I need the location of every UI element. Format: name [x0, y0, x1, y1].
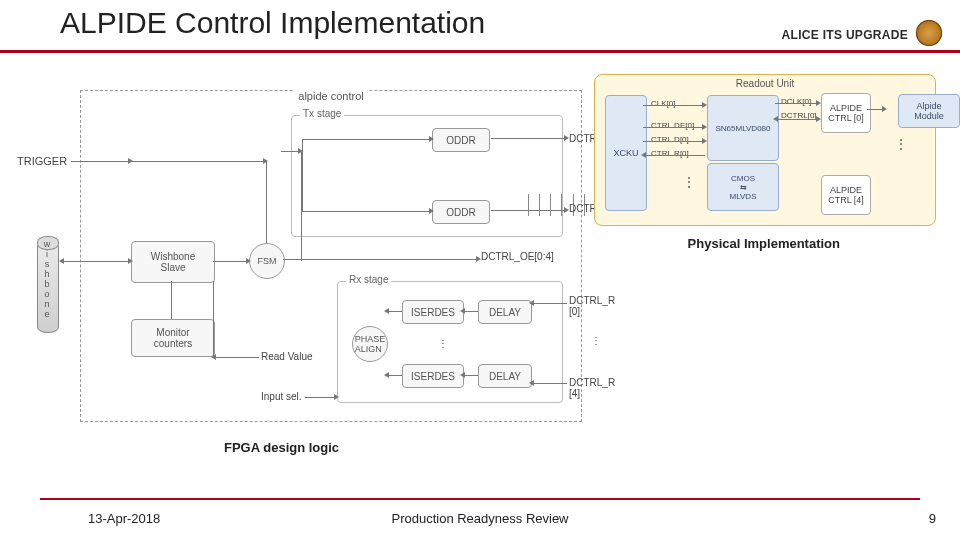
arrow — [266, 161, 267, 243]
arrow — [71, 161, 131, 162]
arrow — [213, 281, 214, 357]
brand-label: ALICE ITS UPGRADE — [782, 28, 908, 42]
rx-in-top: DCTRL_R [0] — [569, 295, 615, 317]
arrow — [775, 103, 819, 104]
fpga-diagram: alpide control TRIGGER w i s h b o n e W… — [80, 90, 582, 422]
arrow — [213, 261, 249, 262]
rx-stage-title: Rx stage — [346, 274, 391, 285]
footer-page-number: 9 — [929, 511, 936, 526]
arrow — [131, 161, 266, 162]
arrow — [643, 127, 705, 128]
arrow — [302, 211, 432, 212]
read-value-label: Read Value — [261, 351, 313, 362]
alpide-ctrl-0: ALPIDE CTRL [0] — [821, 93, 871, 133]
phys-group-title: Readout Unit — [736, 78, 794, 89]
wishbone-bus-label: w i s h b o n e — [37, 239, 57, 319]
arrow — [171, 281, 172, 319]
arrow — [301, 151, 302, 261]
trigger-label: TRIGGER — [17, 155, 67, 167]
alpide-module-block: Alpide Module — [898, 94, 960, 128]
fpga-group-title: alpide control — [294, 90, 367, 102]
arrow — [491, 210, 567, 211]
brand-icon — [916, 20, 942, 46]
fsm-node: FSM — [249, 243, 285, 279]
arrow — [643, 105, 705, 106]
dots: ⋮ — [438, 338, 448, 349]
arrow — [867, 109, 885, 110]
phys-caption: Physical Implementation — [688, 236, 840, 251]
wishbone-slave-node: Wishbone Slave — [131, 241, 215, 283]
dclk-label: DCLK[0] — [781, 97, 811, 106]
arrow — [643, 155, 705, 156]
arrow — [531, 303, 567, 304]
xcku-sig4: CTRL.R[0] — [651, 149, 689, 158]
delay-top: DELAY — [478, 300, 532, 324]
xcku-sig2: CTRL.DE[0] — [651, 121, 694, 130]
fpga-caption: FPGA design logic — [224, 440, 339, 455]
sn-block: SN65MLVD080 — [707, 95, 779, 161]
page-title: ALPIDE Control Implementation — [60, 6, 485, 40]
oddr-top: ODDR — [432, 128, 490, 152]
sn-note-block: CMOS ⇆ MLVDS — [707, 163, 779, 211]
arrow — [61, 261, 131, 262]
arrow — [462, 375, 478, 376]
dots-icon: ⋮ — [683, 179, 695, 185]
arrow — [491, 138, 567, 139]
rx-in-bot: DCTRL_R [4] — [569, 377, 615, 399]
tx-stage-title: Tx stage — [300, 108, 344, 119]
footer-center: Production Readyness Review — [0, 511, 960, 526]
arrow — [775, 119, 819, 120]
iserdes-top: ISERDES — [402, 300, 464, 324]
arrow — [462, 311, 478, 312]
title-rule — [0, 50, 960, 53]
arrow — [531, 383, 567, 384]
physical-diagram: Readout Unit XCKU CLK[0] CTRL.DE[0] CTRL… — [594, 74, 936, 226]
arrow — [386, 311, 402, 312]
xcku-sig1: CLK[0] — [651, 99, 675, 108]
delay-bot: DELAY — [478, 364, 532, 388]
arrow — [283, 259, 479, 260]
tx-oe: DCTRL_OE[0:4] — [481, 251, 554, 262]
arrow — [213, 357, 259, 358]
arrow — [281, 151, 301, 152]
iserdes-bot: ISERDES — [402, 364, 464, 388]
tx-stage: Tx stage ODDR ODDR — [291, 115, 563, 237]
dots: ⋮ — [591, 335, 601, 346]
monitor-counters-node: Monitor counters — [131, 319, 215, 357]
arrow — [302, 139, 432, 140]
input-sel-label: Input sel. — [261, 391, 302, 402]
xcku-sig3: CTRL.D[0] — [651, 135, 689, 144]
oddr-bot: ODDR — [432, 200, 490, 224]
phase-align-node: PHASE ALIGN — [352, 326, 388, 362]
arrow — [386, 375, 402, 376]
alpide-ctrl-4: ALPIDE CTRL [4] — [821, 175, 871, 215]
arrow — [643, 141, 705, 142]
dots-icon: ⋮ — [895, 141, 907, 147]
footer-rule — [40, 498, 920, 500]
slide-root: ALPIDE Control Implementation ALICE ITS … — [0, 0, 960, 540]
arrow — [305, 397, 337, 398]
